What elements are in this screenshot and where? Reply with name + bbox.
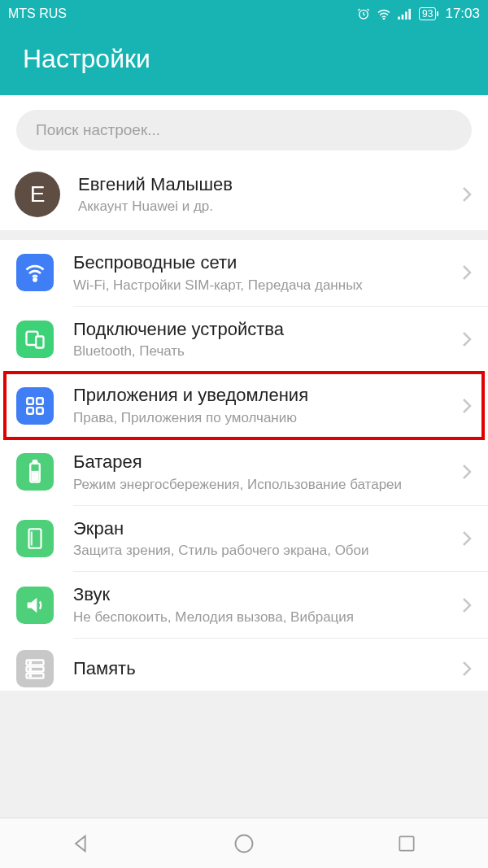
home-button[interactable] <box>230 830 258 857</box>
svg-rect-10 <box>37 398 43 404</box>
svg-rect-9 <box>27 398 33 404</box>
back-button[interactable] <box>68 830 95 857</box>
svg-point-6 <box>33 278 36 281</box>
item-sub: Wi-Fi, Настройки SIM-карт, Передача данн… <box>73 277 454 294</box>
chevron-right-icon <box>462 597 472 613</box>
page-title: Настройки <box>23 44 465 74</box>
svg-rect-5 <box>408 9 411 20</box>
account-sub: Аккаунт Huawei и др. <box>78 198 454 216</box>
item-title: Батарея <box>73 451 454 474</box>
svg-rect-14 <box>33 461 37 464</box>
search-input[interactable]: Поиск настроек... <box>16 110 472 150</box>
item-title: Память <box>73 657 454 681</box>
search-placeholder: Поиск настроек... <box>36 121 160 139</box>
chevron-right-icon <box>462 661 472 677</box>
svg-rect-11 <box>27 408 33 414</box>
carrier-label: MTS RUS <box>8 7 67 21</box>
chevron-right-icon <box>462 398 472 414</box>
svg-point-21 <box>29 662 31 664</box>
item-sub: Защита зрения, Стиль рабочего экрана, Об… <box>73 542 454 560</box>
account-item[interactable]: Е Евгений Малышев Аккаунт Huawei и др. <box>0 159 488 230</box>
item-sub: Режим энергосбережения, Использование ба… <box>73 476 454 494</box>
item-title: Подключение устройства <box>73 318 454 342</box>
svg-rect-15 <box>33 472 38 480</box>
chevron-right-icon <box>462 530 472 547</box>
storage-icon <box>16 650 54 687</box>
status-bar: MTS RUS 93 17:03 <box>0 0 488 28</box>
devices-icon <box>16 321 54 358</box>
item-apps-notifications[interactable]: Приложения и уведомления Права, Приложен… <box>0 373 488 438</box>
display-icon <box>16 520 54 557</box>
item-battery[interactable]: Батарея Режим энергосбережения, Использо… <box>0 439 488 505</box>
item-display[interactable]: Экран Защита зрения, Стиль рабочего экра… <box>0 506 488 572</box>
clock-label: 17:03 <box>445 6 480 22</box>
navigation-bar <box>0 818 488 868</box>
wifi-icon <box>377 8 391 20</box>
item-title: Звук <box>73 583 454 607</box>
item-title: Приложения и уведомления <box>73 384 454 408</box>
chevron-right-icon <box>462 464 472 480</box>
chevron-right-icon <box>462 331 472 347</box>
page-header: Настройки <box>0 28 488 95</box>
svg-rect-12 <box>37 408 43 414</box>
wifi-icon <box>16 254 54 291</box>
signal-icon <box>398 8 412 20</box>
svg-rect-2 <box>398 17 400 20</box>
apps-icon <box>16 387 54 425</box>
item-wireless[interactable]: Беспроводные сети Wi-Fi, Настройки SIM-к… <box>0 240 488 306</box>
chevron-right-icon <box>462 186 472 203</box>
item-sound[interactable]: Звук Не беспокоить, Мелодия вызова, Вибр… <box>0 572 488 638</box>
status-icons: 93 17:03 <box>357 6 480 22</box>
svg-rect-25 <box>399 836 413 850</box>
recent-button[interactable] <box>393 830 420 857</box>
svg-rect-8 <box>36 337 43 348</box>
sound-icon <box>16 587 54 624</box>
item-sub: Права, Приложения по умолчанию <box>73 409 454 427</box>
svg-rect-4 <box>405 11 407 20</box>
item-device-connection[interactable]: Подключение устройства Bluetooth, Печать <box>0 307 488 373</box>
svg-point-22 <box>29 669 31 670</box>
chevron-right-icon <box>462 264 472 281</box>
account-name: Евгений Малышев <box>78 173 454 197</box>
svg-rect-3 <box>402 15 404 20</box>
avatar: Е <box>15 172 60 217</box>
svg-point-24 <box>236 835 253 852</box>
svg-point-1 <box>383 19 384 20</box>
battery-icon <box>16 453 54 491</box>
item-sub: Bluetooth, Печать <box>73 342 454 360</box>
battery-icon: 93 <box>419 7 438 20</box>
search-container: Поиск настроек... <box>0 95 488 159</box>
svg-point-23 <box>29 675 31 677</box>
item-sub: Не беспокоить, Мелодия вызова, Вибрация <box>73 608 454 626</box>
alarm-icon <box>357 7 370 20</box>
item-storage[interactable]: Память <box>0 639 488 691</box>
item-title: Беспроводные сети <box>73 251 454 275</box>
item-title: Экран <box>73 517 454 541</box>
